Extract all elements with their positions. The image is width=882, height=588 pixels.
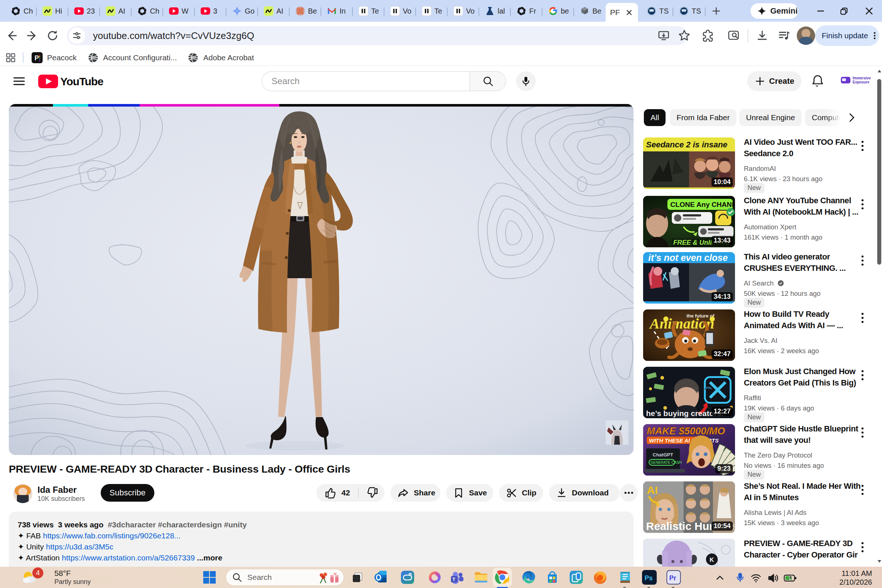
svg-text:MAKE $5000/MO: MAKE $5000/MO: [647, 426, 725, 436]
svg-text:Pr: Pr: [669, 574, 676, 582]
svg-text:AI: AI: [647, 484, 658, 496]
svg-text:Ps: Ps: [645, 574, 652, 582]
svg-text:it’s not even close: it’s not even close: [648, 252, 728, 263]
svg-text:T: T: [452, 577, 455, 582]
svg-text:GENERATE CASH: GENERATE CASH: [651, 460, 682, 465]
svg-text:Seedance 2 is insane: Seedance 2 is insane: [646, 140, 727, 149]
svg-text:YouTube: YouTube: [60, 75, 103, 87]
svg-text:K: K: [710, 557, 714, 563]
svg-text:CLONE Any CHANNEL: CLONE Any CHANNEL: [670, 201, 735, 208]
svg-text:ChatGPT: ChatGPT: [652, 452, 673, 458]
svg-text:P: P: [34, 54, 39, 62]
